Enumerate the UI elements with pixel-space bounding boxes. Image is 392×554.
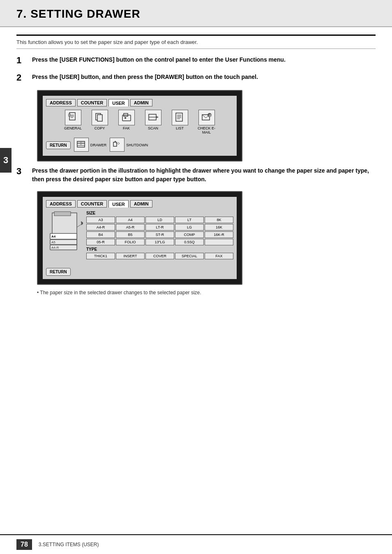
tab-address[interactable]: ADDRESS — [46, 99, 76, 106]
svg-point-25 — [81, 144, 81, 145]
size-label: SIZE — [86, 211, 233, 215]
type-btn-special[interactable]: SPECIAL — [175, 253, 204, 259]
size-btn-b4[interactable]: B4 — [86, 231, 115, 238]
svg-point-24 — [81, 142, 81, 143]
step-1-text: Press the [USER FUNCTIONS] button on the… — [32, 55, 286, 64]
screen-bottom-row-1: RETURN DRAWER — [46, 138, 233, 152]
svg-marker-38 — [81, 221, 83, 225]
footer-text: 3.SETTING ITEMS (USER) — [39, 542, 99, 547]
size-btn-lg[interactable]: LG — [175, 224, 204, 231]
step-2-number: 2 — [16, 73, 29, 83]
size-btn-empty — [205, 239, 233, 245]
size-btn-a4[interactable]: A4 — [116, 217, 145, 223]
page-header: 7. SETTING DRAWER — [0, 0, 392, 27]
icon-scan[interactable]: SCAN — [142, 110, 164, 134]
screen-mockup-2: ADDRESS COUNTER USER ADMIN A4 — [37, 191, 242, 285]
icon-list-label: LIST — [176, 126, 184, 130]
icon-copy[interactable]: COPY — [88, 110, 111, 134]
tab-row-2: ADDRESS COUNTER USER ADMIN — [46, 200, 233, 208]
svg-text:@: @ — [209, 114, 212, 117]
tab-user-2[interactable]: USER — [108, 200, 129, 208]
step-3-text: Press the drawer portion in the illustra… — [32, 166, 376, 184]
top-rule — [16, 35, 376, 36]
size-btn-a5r[interactable]: A5-R — [116, 224, 145, 231]
return-button-2[interactable]: RETURN — [46, 268, 71, 276]
page-number: 78 — [16, 539, 32, 550]
step-3-number: 3 — [16, 166, 29, 176]
size-btn-b5[interactable]: B5 — [116, 231, 145, 238]
step-1: 1 Press the [USER FUNCTIONS] button on t… — [16, 55, 376, 65]
type-btn-fax[interactable]: FAX — [205, 253, 233, 259]
icon-copy-label: COPY — [95, 126, 105, 130]
icon-check-email[interactable]: @ CHECK E-MAIL — [195, 110, 218, 134]
step-3: 3 Press the drawer portion in the illust… — [16, 166, 376, 184]
icon-general-label: GENERAL — [64, 126, 82, 130]
icon-scan-label: SCAN — [148, 126, 158, 130]
icon-drawer-label: DRAWER — [90, 143, 107, 147]
svg-rect-6 — [97, 115, 102, 121]
size-btn-05r[interactable]: 05-R — [86, 239, 115, 245]
chapter-tab: 3 — [0, 148, 12, 173]
icon-grid-1: GENERAL COPY — [46, 110, 233, 134]
svg-text:A4: A4 — [51, 235, 56, 238]
step-1-number: 1 — [16, 55, 29, 65]
drawer-illustration: A4 A5 A4-R — [46, 211, 83, 265]
note-text: The paper size in the selected drawer ch… — [16, 290, 376, 295]
icon-fak-label: FAK — [123, 126, 130, 130]
steps-container: 1 Press the [USER FUNCTIONS] button on t… — [0, 55, 392, 295]
tab-admin-2[interactable]: ADMIN — [130, 200, 152, 208]
size-btn-16k[interactable]: 16K — [205, 224, 233, 231]
return-button-1[interactable]: RETURN — [46, 141, 71, 149]
svg-rect-26 — [113, 142, 117, 146]
size-type-area: SIZE A3 A4 LD LT 8K A4-R A5-R LT-R LG — [86, 211, 233, 259]
tab-user[interactable]: USER — [108, 99, 129, 106]
icon-shutdown-label: SHUTDOWN — [126, 143, 148, 147]
size-btn-ltr[interactable]: LT-R — [145, 224, 174, 231]
size-btn-16kr[interactable]: 16K-R — [205, 231, 233, 238]
type-btn-insert[interactable]: INSERT — [116, 253, 145, 259]
size-btn-8k[interactable]: 8K — [205, 217, 233, 223]
tab-counter-2[interactable]: COUNTER — [77, 200, 107, 208]
tab-row-1: ADDRESS COUNTER USER ADMIN — [46, 99, 233, 106]
icon-list[interactable]: LIST — [168, 110, 191, 134]
svg-rect-4 — [69, 114, 70, 116]
tab-admin[interactable]: ADMIN — [130, 99, 152, 106]
page-title: 7. SETTING DRAWER — [16, 7, 376, 21]
icon-shutdown[interactable]: SHUTDOWN — [110, 138, 148, 152]
size-btn-folio[interactable]: FOLIO — [116, 239, 145, 245]
svg-text:A4-R: A4-R — [51, 246, 59, 249]
svg-text:A5: A5 — [51, 240, 55, 244]
svg-rect-27 — [115, 141, 116, 143]
step-2-text: Press the [USER] button, and then press … — [32, 73, 258, 81]
svg-marker-12 — [156, 116, 159, 118]
type-btn-thick1[interactable]: THICK1 — [86, 253, 115, 259]
tab-counter[interactable]: COUNTER — [77, 99, 107, 106]
screen-mockup-1: ADDRESS COUNTER USER ADMIN — [37, 90, 242, 162]
size-btn-a4r[interactable]: A4-R — [86, 224, 115, 231]
size-btn-comp[interactable]: COMP — [175, 231, 204, 238]
step-2: 2 Press the [USER] button, and then pres… — [16, 73, 376, 83]
size-btn-05sq[interactable]: 0.5SQ — [175, 239, 204, 245]
page-footer: 78 3.SETTING ITEMS (USER) — [0, 534, 392, 554]
size-btn-lt[interactable]: LT — [175, 217, 204, 223]
svg-rect-13 — [176, 113, 182, 121]
svg-rect-30 — [54, 212, 71, 216]
intro-text: This function allows you to set the pape… — [16, 39, 376, 49]
icon-check-email-label: CHECK E-MAIL — [195, 126, 218, 134]
tab-address-2[interactable]: ADDRESS — [46, 200, 76, 208]
size-btn-13lg[interactable]: 13"LG — [145, 239, 174, 245]
size-btn-str[interactable]: ST-R — [145, 231, 174, 238]
type-label: TYPE — [86, 247, 233, 252]
type-btn-cover[interactable]: COVER — [145, 253, 174, 259]
icon-fak[interactable]: FAK — [115, 110, 138, 134]
icon-general[interactable]: GENERAL — [62, 110, 84, 134]
icon-drawer[interactable]: DRAWER — [74, 138, 107, 152]
size-btn-a3[interactable]: A3 — [86, 217, 115, 223]
svg-rect-9 — [125, 117, 126, 119]
size-btn-ld[interactable]: LD — [145, 217, 174, 223]
